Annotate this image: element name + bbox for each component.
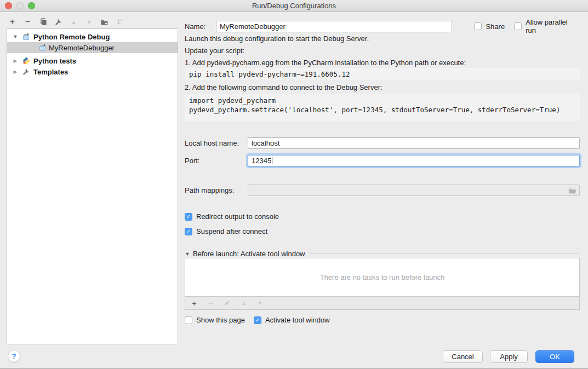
- name-label: Name:: [185, 22, 210, 31]
- collapse-arrow-icon[interactable]: ▶: [13, 69, 18, 74]
- allow-parallel-run-label: Allow parallel run: [526, 18, 580, 34]
- code-line: import pydevd_pycharm: [189, 96, 575, 105]
- add-task-button[interactable]: +: [189, 298, 200, 308]
- page-options-row: Show this page Activate tool window: [185, 316, 330, 324]
- before-launch-label: Before launch: Activate tool window: [193, 250, 305, 258]
- apply-button[interactable]: Apply: [490, 350, 528, 363]
- port-label: Port:: [185, 157, 243, 165]
- activate-tool-window-checkbox[interactable]: [254, 316, 261, 324]
- name-row: Name: Share Allow parallel run: [185, 18, 580, 34]
- before-launch-header[interactable]: ▼ Before launch: Activate tool window: [185, 250, 580, 258]
- new-folder-button[interactable]: [99, 17, 110, 27]
- suspend-label: Suspend after connect: [196, 227, 267, 235]
- step1-text: 1. Add pydevd-pycharm.egg from the PyCha…: [185, 59, 466, 67]
- tree-item-myremotedebugger[interactable]: MyRemoteDebugger: [7, 42, 178, 53]
- configurations-tree: ▼ Python Remote Debug MyRemoteDebugger ▶…: [7, 28, 178, 344]
- copy-icon: [39, 18, 47, 26]
- templates-wrench-icon: [22, 68, 30, 76]
- tree-item-label: Python Remote Debug: [33, 33, 110, 41]
- port-input[interactable]: [248, 155, 580, 166]
- empty-tasks-text: There are no tasks to run before launch: [320, 273, 445, 281]
- redirect-output-label: Redirect output to console: [196, 212, 279, 221]
- python-tests-icon: [22, 57, 30, 65]
- tree-item-python-tests[interactable]: ▶ Python tests: [7, 55, 178, 66]
- move-down-button[interactable]: ▼: [83, 17, 95, 27]
- suspend-row: Suspend after connect: [185, 227, 267, 235]
- title-bar: Run/Debug Configurations: [0, 0, 588, 12]
- ok-button[interactable]: OK: [535, 350, 574, 363]
- show-this-page-checkbox[interactable]: [185, 316, 192, 324]
- sort-configurations-button[interactable]: a z: [114, 17, 125, 27]
- remove-task-button[interactable]: −: [205, 298, 216, 308]
- tree-item-templates[interactable]: ▶ Templates: [7, 66, 178, 77]
- minimize-button: [16, 2, 24, 9]
- expand-arrow-icon[interactable]: ▼: [13, 34, 18, 39]
- help-icon: ?: [12, 352, 16, 360]
- svg-text:z: z: [121, 22, 122, 26]
- wrench-icon: [55, 18, 62, 26]
- local-host-row: Local host name:: [185, 137, 580, 149]
- code-line: pip install pydevd-pycharm~=191.6605.12: [189, 70, 350, 78]
- before-launch-task-list[interactable]: There are no tasks to run before launch: [185, 258, 580, 297]
- code-line: pydevd_pycharm.settrace('localhost', por…: [189, 105, 575, 114]
- update-script-text: Update your script:: [185, 47, 244, 55]
- new-folder-icon: [100, 18, 109, 26]
- window-title: Run/Debug Configurations: [252, 2, 336, 10]
- copy-configuration-button[interactable]: [37, 17, 49, 27]
- run-debug-configurations-dialog: Run/Debug Configurations + − ▲ ▼: [0, 0, 588, 369]
- remote-debug-config-icon: [22, 33, 30, 41]
- allow-parallel-run-checkbox[interactable]: [514, 22, 522, 30]
- sort-az-icon: a z: [116, 18, 124, 26]
- collapse-arrow-icon[interactable]: ▶: [13, 58, 18, 64]
- path-mappings-input: [248, 184, 580, 196]
- pip-install-code-block: pip install pydevd-pycharm~=191.6605.12: [185, 68, 580, 80]
- step2-text: 2. Add the following command to connect …: [185, 83, 383, 91]
- move-task-down-button[interactable]: ▼: [254, 298, 266, 308]
- help-button[interactable]: ?: [8, 350, 20, 362]
- port-row: Port:: [185, 155, 580, 166]
- settrace-code-block: import pydevd_pycharm pydevd_pycharm.set…: [185, 94, 580, 121]
- browse-folder-icon[interactable]: [568, 187, 576, 194]
- activate-tool-window-label: Activate tool window: [265, 316, 330, 324]
- name-input[interactable]: [216, 21, 452, 32]
- share-label: Share: [486, 22, 505, 31]
- edit-templates-button[interactable]: [53, 17, 64, 27]
- section-collapse-icon[interactable]: ▼: [185, 251, 190, 257]
- local-host-input[interactable]: [248, 137, 580, 149]
- suspend-checkbox[interactable]: [185, 228, 192, 235]
- redirect-output-checkbox[interactable]: [185, 213, 192, 221]
- tree-item-label: Python tests: [33, 57, 76, 65]
- path-mappings-label: Path mappings:: [185, 186, 243, 194]
- redirect-output-row: Redirect output to console: [185, 212, 279, 221]
- tree-item-label: MyRemoteDebugger: [49, 44, 115, 52]
- remote-debug-config-icon: [39, 44, 47, 51]
- add-configuration-button[interactable]: +: [7, 17, 18, 27]
- section-separator: [310, 253, 580, 254]
- cancel-button[interactable]: Cancel: [443, 350, 483, 363]
- remove-configuration-button[interactable]: −: [22, 17, 33, 27]
- local-host-label: Local host name:: [185, 139, 243, 147]
- intro-text: Launch this debug configuration to start…: [185, 34, 369, 43]
- tree-item-label: Templates: [33, 68, 68, 76]
- share-checkbox[interactable]: [474, 22, 482, 30]
- pencil-icon: [224, 299, 231, 307]
- tasks-toolbar: + − ▲ ▼: [185, 297, 580, 310]
- text-caret: [272, 157, 272, 164]
- configurations-toolbar: + − ▲ ▼ a z: [7, 16, 125, 27]
- show-this-page-label: Show this page: [196, 316, 245, 324]
- zoom-button[interactable]: [28, 2, 35, 9]
- edit-task-button[interactable]: [221, 298, 233, 308]
- path-mappings-row: Path mappings:: [185, 184, 580, 196]
- move-up-button[interactable]: ▲: [68, 17, 79, 27]
- close-button[interactable]: [5, 2, 12, 9]
- move-task-up-button[interactable]: ▲: [238, 298, 249, 308]
- tree-item-python-remote-debug[interactable]: ▼ Python Remote Debug: [7, 31, 178, 42]
